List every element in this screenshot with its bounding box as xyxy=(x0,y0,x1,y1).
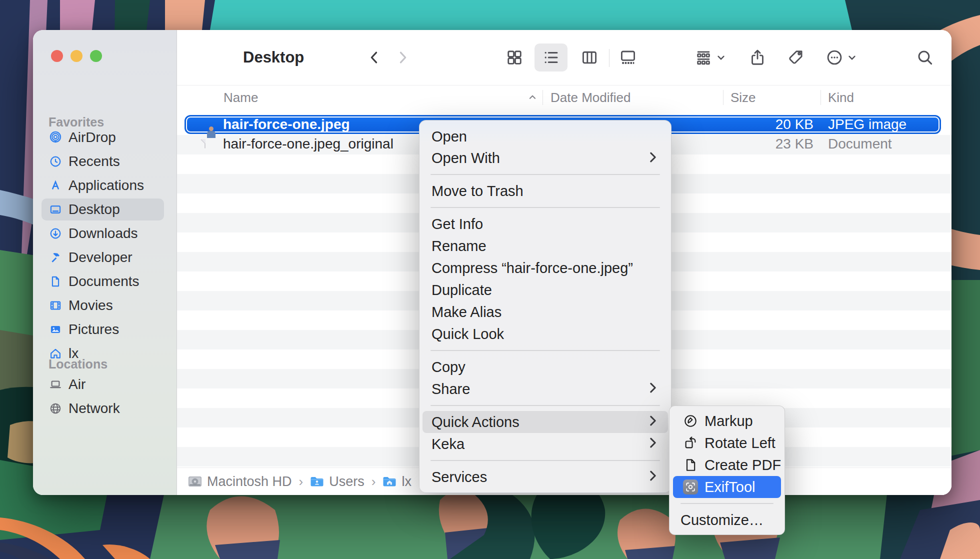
chevron-right-icon xyxy=(648,414,658,430)
path-item-users[interactable]: Users xyxy=(310,474,364,490)
column-header-kind[interactable]: Kind xyxy=(828,86,854,110)
photo-icon xyxy=(49,323,62,336)
menu-item-quick-look[interactable]: Quick Look xyxy=(420,323,671,345)
column-divider[interactable] xyxy=(820,90,821,105)
sidebar-item-label: Network xyxy=(68,400,120,416)
sidebar-item-label: Pictures xyxy=(68,322,119,338)
sidebar-item-network[interactable]: Network xyxy=(33,396,176,420)
list-view-button[interactable] xyxy=(542,30,560,85)
sidebar-item-label: Desktop xyxy=(68,202,120,218)
sidebar-item-label: Applications xyxy=(68,178,144,194)
sidebar-item-air[interactable]: Air xyxy=(33,372,176,396)
menu-item-open-with[interactable]: Open With xyxy=(420,148,671,169)
chevron-right-icon xyxy=(648,469,658,486)
group-by-button[interactable] xyxy=(694,30,726,85)
menu-item-rename[interactable]: Rename xyxy=(420,235,671,257)
folder-users-icon xyxy=(310,476,324,487)
sidebar-item-recents[interactable]: Recents xyxy=(33,150,176,174)
submenu-separator xyxy=(670,498,784,509)
chevron-right-icon xyxy=(648,381,658,398)
column-header-size[interactable]: Size xyxy=(730,86,756,110)
document-file-icon xyxy=(204,140,206,148)
menu-item-copy[interactable]: Copy xyxy=(420,356,671,378)
markup-icon xyxy=(683,414,698,428)
create-pdf-icon xyxy=(683,458,698,472)
submenu-item-rotate-left[interactable]: Rotate Left xyxy=(670,432,784,454)
path-item-label: Users xyxy=(329,474,364,490)
menu-item-quick-actions[interactable]: Quick Actions xyxy=(422,411,668,433)
zoom-button[interactable] xyxy=(90,50,102,62)
submenu-item-markup[interactable]: Markup xyxy=(670,410,784,432)
menu-item-duplicate[interactable]: Duplicate xyxy=(420,279,671,301)
path-item-macintosh-hd[interactable]: Macintosh HD xyxy=(188,474,292,490)
column-view-button[interactable] xyxy=(580,30,598,85)
gallery-view-button[interactable] xyxy=(619,30,637,85)
sidebar-item-label: Movies xyxy=(68,298,113,314)
submenu-item-customize[interactable]: Customize… xyxy=(670,509,784,531)
sidebar-item-label: Downloads xyxy=(68,226,138,242)
file-size: 20 KB xyxy=(776,116,814,132)
back-button[interactable] xyxy=(366,30,383,85)
menu-item-services[interactable]: Services xyxy=(420,466,671,488)
menu-separator xyxy=(420,345,671,356)
sidebar-item-desktop[interactable]: Desktop xyxy=(33,198,176,222)
menu-separator xyxy=(420,202,671,213)
menu-item-keka[interactable]: Keka xyxy=(420,433,671,455)
window-controls xyxy=(51,50,102,62)
context-menu: Open Open With Move to Trash Get Info Re… xyxy=(419,120,672,493)
menu-separator xyxy=(420,169,671,180)
column-divider[interactable] xyxy=(542,90,543,105)
submenu-item-create-pdf[interactable]: Create PDF xyxy=(670,454,784,476)
sidebar-item-downloads[interactable]: Downloads xyxy=(33,222,176,246)
clock-icon xyxy=(49,155,62,168)
column-headers: Name Date Modified Size Kind xyxy=(177,85,952,110)
download-circle-icon xyxy=(49,227,62,240)
path-item-lx[interactable]: lx xyxy=(382,474,412,490)
column-header-name[interactable]: Name xyxy=(224,86,258,110)
sidebar-item-developer[interactable]: Developer xyxy=(33,246,176,270)
sidebar-item-label: Documents xyxy=(68,274,140,290)
icon-view-button[interactable] xyxy=(506,30,524,85)
sidebar-item-applications[interactable]: Applications xyxy=(33,174,176,198)
search-button[interactable] xyxy=(916,30,934,85)
sort-ascending-icon xyxy=(527,86,538,110)
column-header-date-modified[interactable]: Date Modified xyxy=(550,86,630,110)
sidebar-item-airdrop[interactable]: AirDrop xyxy=(33,126,176,150)
share-button[interactable] xyxy=(748,30,766,85)
menu-item-compress[interactable]: Compress “hair-force-one.jpeg” xyxy=(420,257,671,279)
menu-item-make-alias[interactable]: Make Alias xyxy=(420,301,671,323)
sidebar-item-label: Recents xyxy=(68,154,120,170)
file-kind: Document xyxy=(828,136,892,152)
tag-button[interactable] xyxy=(787,30,805,85)
column-divider[interactable] xyxy=(723,90,724,105)
sidebar-item-documents[interactable]: Documents xyxy=(33,270,176,294)
chevron-right-icon xyxy=(648,436,658,452)
file-kind: JPEG image xyxy=(828,116,906,132)
forward-button[interactable] xyxy=(394,30,411,85)
menu-item-open[interactable]: Open xyxy=(420,126,671,148)
submenu-item-exiftool[interactable]: ExifTool xyxy=(673,476,781,498)
desktop-scene: Favorites AirDrop Recents Applications xyxy=(0,0,980,559)
close-button[interactable] xyxy=(51,50,63,62)
chevron-right-icon xyxy=(648,150,658,166)
menu-item-get-info[interactable]: Get Info xyxy=(420,213,671,235)
window-title: Desktop xyxy=(243,30,304,85)
minimize-button[interactable] xyxy=(70,50,82,62)
laptop-icon xyxy=(49,378,62,391)
menu-separator xyxy=(420,455,671,466)
exiftool-app-icon xyxy=(683,480,698,494)
sidebar-item-label: Air xyxy=(68,376,86,392)
more-options-button[interactable] xyxy=(826,30,858,85)
sidebar: Favorites AirDrop Recents Applications xyxy=(33,30,177,495)
chevron-down-icon xyxy=(716,52,726,63)
menu-item-move-to-trash[interactable]: Move to Trash xyxy=(420,180,671,202)
file-name: hair-force-one.jpeg_original xyxy=(223,136,394,152)
globe-icon xyxy=(49,402,62,415)
menu-item-share[interactable]: Share xyxy=(420,378,671,400)
sidebar-item-label: Developer xyxy=(68,250,132,266)
rotate-left-icon xyxy=(683,436,698,450)
app-store-a-icon xyxy=(49,179,62,192)
chevron-down-icon xyxy=(846,52,858,63)
sidebar-item-pictures[interactable]: Pictures xyxy=(33,318,176,342)
sidebar-item-movies[interactable]: Movies xyxy=(33,294,176,318)
